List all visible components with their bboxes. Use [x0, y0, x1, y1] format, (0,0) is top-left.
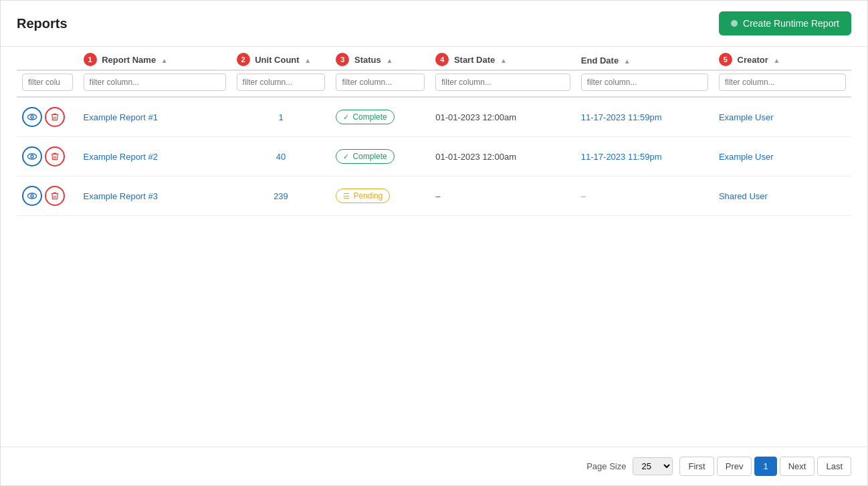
svg-point-4 — [27, 193, 36, 199]
col-label-creator: Creator — [738, 55, 768, 65]
report-name-link[interactable]: Example Report #2 — [84, 152, 158, 162]
sort-arrow-status[interactable]: ▲ — [386, 57, 393, 64]
page-title: Reports — [17, 16, 68, 31]
delete-report-button[interactable] — [45, 107, 65, 127]
row-end-date: – — [576, 176, 714, 216]
filter-end-date-cell — [576, 70, 714, 97]
col-badge-3: 3 — [336, 53, 349, 66]
filter-status-cell — [330, 70, 430, 97]
trash-icon — [50, 152, 60, 161]
row-start-date: – — [430, 176, 576, 216]
filter-actions-input[interactable] — [22, 74, 73, 91]
col-header-actions — [17, 47, 78, 70]
col-header-creator[interactable]: 5 Creator ▲ — [714, 47, 851, 70]
create-runtime-report-button[interactable]: Create Runtime Report — [719, 11, 851, 35]
filter-start-date-cell — [430, 70, 576, 97]
page-size-select[interactable]: 25 10 50 100 — [633, 457, 673, 475]
table-row: Example Report #2 40 ✓ Complete 01-01-20… — [17, 137, 851, 176]
row-unit-count: 1 — [231, 97, 331, 137]
svg-point-5 — [31, 195, 33, 197]
col-header-report-name[interactable]: 1 Report Name ▲ — [78, 47, 231, 70]
delete-report-button[interactable] — [45, 146, 65, 166]
row-start-date: 01-01-2023 12:00am — [430, 97, 576, 137]
filter-unit-count-input[interactable] — [237, 74, 326, 91]
pagination-controls: First Prev 1 Next Last — [679, 457, 851, 476]
current-page-button[interactable]: 1 — [754, 457, 776, 476]
row-unit-count: 40 — [231, 137, 331, 176]
eye-icon — [27, 151, 37, 162]
col-label-start-date: Start Date — [454, 55, 495, 65]
svg-point-3 — [31, 155, 33, 158]
view-report-button[interactable] — [22, 107, 42, 127]
footer: Page Size 25 10 50 100 First Prev 1 Next… — [1, 447, 867, 485]
filter-actions-cell — [17, 70, 78, 97]
filter-creator-cell — [714, 70, 851, 97]
status-icon: ☰ — [343, 192, 350, 201]
status-icon: ✓ — [343, 113, 349, 122]
row-creator: Example User — [714, 137, 851, 176]
row-report-name: Example Report #2 — [78, 137, 231, 176]
last-page-button[interactable]: Last — [817, 457, 851, 476]
prev-page-button[interactable]: Prev — [717, 457, 752, 476]
sort-arrow-end-date[interactable]: ▲ — [624, 57, 631, 65]
col-label-unit-count: Unit Count — [255, 55, 299, 65]
table-row: Example Report #3 239 ☰ Pending – – Shar… — [17, 176, 851, 216]
row-report-name: Example Report #1 — [78, 97, 231, 137]
col-badge-2: 2 — [237, 53, 250, 66]
row-status: ☰ Pending — [330, 176, 430, 216]
reports-table: 1 Report Name ▲ 2 Unit Count ▲ 3 Status … — [17, 47, 851, 216]
row-actions-cell — [17, 137, 78, 176]
filter-unit-count-cell — [231, 70, 331, 97]
trash-icon — [50, 112, 60, 122]
row-actions-cell — [17, 176, 78, 216]
view-report-button[interactable] — [22, 186, 42, 206]
row-end-date: 11-17-2023 11:59pm — [576, 97, 714, 137]
sort-arrow-start-date[interactable]: ▲ — [500, 57, 507, 64]
filter-report-name-input[interactable] — [84, 74, 226, 91]
filter-start-date-input[interactable] — [435, 74, 570, 91]
reports-table-container: 1 Report Name ▲ 2 Unit Count ▲ 3 Status … — [1, 47, 867, 447]
row-status: ✓ Complete — [330, 137, 430, 176]
next-page-button[interactable]: Next — [780, 457, 815, 476]
filter-end-date-input[interactable] — [581, 74, 708, 91]
eye-icon — [27, 112, 37, 122]
col-badge-1: 1 — [84, 53, 97, 66]
status-badge: ☰ Pending — [336, 189, 390, 203]
table-row: Example Report #1 1 ✓ Complete 01-01-202… — [17, 97, 851, 137]
col-badge-5: 5 — [719, 53, 732, 66]
row-unit-count: 239 — [231, 176, 331, 216]
delete-report-button[interactable] — [45, 186, 65, 206]
first-page-button[interactable]: First — [679, 457, 714, 476]
trash-icon — [50, 191, 60, 201]
row-creator: Shared User — [714, 176, 851, 216]
sort-arrow-unit-count[interactable]: ▲ — [304, 57, 311, 64]
col-header-end-date[interactable]: End Date ▲ — [576, 47, 714, 70]
col-label-report-name: Report Name — [102, 55, 156, 65]
row-start-date: 01-01-2023 12:00am — [430, 137, 576, 176]
col-header-start-date[interactable]: 4 Start Date ▲ — [430, 47, 576, 70]
row-end-date: 11-17-2023 11:59pm — [576, 137, 714, 176]
btn-dot-icon — [731, 20, 738, 27]
col-label-end-date: End Date — [581, 55, 619, 66]
col-badge-4: 4 — [435, 53, 449, 66]
status-badge: ✓ Complete — [336, 110, 394, 124]
filter-report-name-cell — [78, 70, 231, 97]
row-status: ✓ Complete — [330, 97, 430, 137]
view-report-button[interactable] — [22, 146, 42, 166]
col-header-unit-count[interactable]: 2 Unit Count ▲ — [231, 47, 331, 70]
svg-point-2 — [27, 154, 36, 159]
row-actions-cell — [17, 97, 78, 137]
report-name-link[interactable]: Example Report #1 — [84, 112, 158, 122]
filter-status-input[interactable] — [336, 74, 425, 91]
filter-row — [17, 70, 851, 97]
col-header-status[interactable]: 3 Status ▲ — [330, 47, 430, 70]
sort-arrow-creator[interactable]: ▲ — [773, 57, 780, 64]
col-label-status: Status — [354, 55, 381, 65]
sort-arrow-report-name[interactable]: ▲ — [161, 57, 168, 64]
status-icon: ✓ — [343, 152, 349, 161]
eye-icon — [27, 191, 37, 201]
filter-creator-input[interactable] — [719, 74, 846, 91]
row-creator: Example User — [714, 97, 851, 137]
page-size-label: Page Size — [586, 461, 626, 471]
report-name-link[interactable]: Example Report #3 — [84, 191, 158, 201]
